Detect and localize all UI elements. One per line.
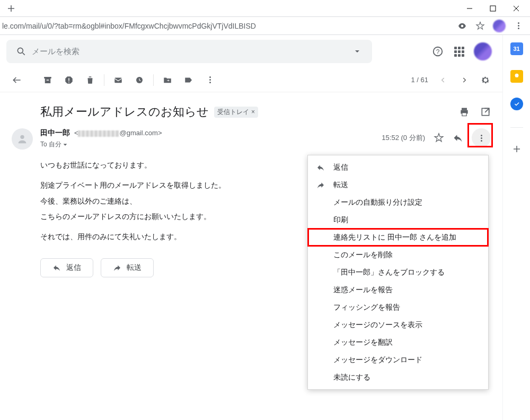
forward-arrow-icon (316, 181, 325, 189)
help-icon[interactable]: ? (431, 45, 444, 58)
svg-rect-14 (462, 113, 466, 116)
sender-email: <@gmail.com> (74, 129, 162, 137)
calendar-addon-icon[interactable]: 31 (510, 42, 523, 55)
window-maximize-button[interactable] (481, 1, 505, 16)
sender-avatar (12, 128, 33, 150)
reply-arrow-icon (52, 264, 61, 272)
menu-reply[interactable]: 返信 (308, 159, 488, 176)
svg-rect-9 (68, 82, 69, 83)
archive-icon[interactable] (37, 71, 58, 90)
mark-unread-icon[interactable] (108, 71, 129, 90)
svg-rect-8 (68, 78, 69, 81)
address-bar[interactable]: le.com/mail/u/0/?tab=rm&ogbl#inbox/FMfcg… (0, 22, 450, 30)
menu-report-spam[interactable]: 迷惑メールを報告 (308, 281, 488, 299)
add-addon-icon[interactable] (510, 143, 523, 155)
menu-report-phish[interactable]: フィッシングを報告 (308, 299, 488, 316)
inbox-label-text: 受信トレイ (217, 108, 249, 117)
search-icon (11, 46, 32, 57)
apps-grid-icon[interactable] (453, 45, 465, 58)
account-avatar[interactable] (474, 42, 492, 60)
svg-rect-0 (490, 6, 496, 11)
tasks-addon-icon[interactable] (510, 98, 523, 110)
message-more-button[interactable] (472, 128, 491, 147)
prev-message-icon[interactable] (432, 71, 454, 90)
remove-label-icon[interactable]: × (251, 108, 255, 116)
mail-toolbar: 1 / 61 (0, 68, 502, 92)
keep-addon-icon[interactable] (510, 70, 523, 83)
back-icon[interactable] (6, 71, 28, 90)
open-new-window-icon[interactable] (480, 107, 491, 117)
eye-icon[interactable] (457, 21, 467, 31)
message-context-menu: 返信 転送 メールの自動振り分け設定 印刷 連絡先リストに 田中一郎 さんを追加… (307, 155, 489, 390)
forward-arrow-icon (113, 264, 121, 272)
menu-add-contact[interactable]: 連絡先リストに 田中一郎 さんを追加 (308, 229, 488, 246)
more-icon[interactable] (199, 71, 220, 90)
message-counter: 1 / 61 (411, 76, 428, 84)
menu-delete[interactable]: このメールを削除 (308, 246, 488, 264)
delete-icon[interactable] (80, 71, 101, 90)
spam-icon[interactable] (58, 71, 80, 90)
window-close-button[interactable] (505, 1, 528, 16)
svg-point-1 (17, 48, 23, 53)
new-tab-button[interactable] (3, 1, 19, 16)
message-subject: 私用メールアドレスのお知らせ (40, 104, 209, 120)
bookmark-star-icon[interactable] (475, 21, 485, 31)
menu-show-source[interactable]: メッセージのソースを表示 (308, 316, 488, 334)
svg-rect-6 (47, 80, 49, 81)
menu-forward[interactable]: 転送 (308, 176, 488, 194)
redacted-email (78, 130, 119, 137)
reply-arrow-icon (316, 163, 325, 172)
svg-point-16 (20, 135, 24, 139)
search-placeholder: メールを検索 (32, 47, 347, 57)
window-minimize-button[interactable] (458, 1, 481, 16)
inbox-label-chip[interactable]: 受信トレイ × (214, 107, 258, 118)
move-to-icon[interactable] (157, 71, 178, 90)
menu-mark-unread[interactable]: 未読にする (308, 369, 488, 386)
recipient-line[interactable]: To 自分 (40, 140, 162, 149)
reply-button[interactable]: 返信 (40, 258, 93, 277)
star-icon[interactable] (434, 133, 444, 143)
side-panel: 31 (502, 35, 530, 420)
labels-icon[interactable] (178, 71, 199, 90)
settings-gear-icon[interactable] (475, 71, 496, 90)
svg-rect-4 (44, 77, 51, 78)
message-time: 15:52 (0 分前) (382, 133, 425, 143)
svg-rect-12 (462, 108, 467, 110)
menu-download[interactable]: メッセージをダウンロード (308, 351, 488, 369)
svg-text:?: ? (436, 48, 440, 56)
sender-name: 田中一郎 (40, 128, 70, 137)
search-options-icon[interactable] (347, 48, 368, 55)
menu-filter[interactable]: メールの自動振り分け設定 (308, 194, 488, 211)
svg-rect-5 (45, 78, 51, 83)
reply-icon[interactable] (453, 133, 463, 143)
browser-menu-button[interactable] (513, 21, 524, 31)
browser-profile-avatar[interactable] (493, 20, 506, 32)
svg-rect-10 (114, 77, 122, 83)
menu-translate[interactable]: メッセージを翻訳 (308, 334, 488, 351)
snooze-icon[interactable] (129, 71, 150, 90)
search-box[interactable]: メールを検索 (6, 40, 372, 63)
menu-block[interactable]: 「田中一郎」さんをブロックする (308, 264, 488, 281)
next-message-icon[interactable] (454, 71, 475, 90)
menu-print[interactable]: 印刷 (308, 211, 488, 229)
print-icon[interactable] (459, 107, 470, 117)
forward-button[interactable]: 転送 (101, 258, 154, 277)
